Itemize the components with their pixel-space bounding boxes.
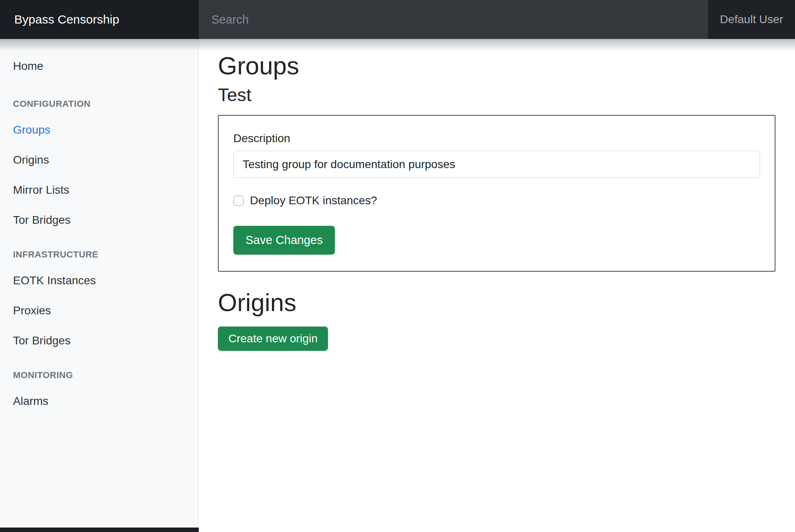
sidebar: Home CONFIGURATION Groups Origins Mirror… — [0, 39, 199, 532]
sidebar-item-eotk-instances[interactable]: EOTK Instances — [0, 274, 198, 287]
description-input[interactable] — [233, 151, 760, 178]
sidebar-bottom-strip — [0, 528, 199, 532]
sidebar-item-tor-bridges-config[interactable]: Tor Bridges — [0, 213, 198, 227]
top-navbar: Bypass Censorship Default User — [0, 0, 795, 39]
user-menu-label: Default User — [720, 13, 783, 26]
navbar-search — [199, 0, 708, 39]
app-root: Bypass Censorship Default User Home CONF… — [0, 0, 795, 532]
sidebar-section-header-infrastructure: INFRASTRUCTURE — [0, 249, 198, 260]
deploy-eotk-checkbox[interactable] — [233, 195, 244, 206]
sidebar-item-proxies[interactable]: Proxies — [0, 304, 198, 317]
sidebar-section-infrastructure: INFRASTRUCTURE EOTK Instances Proxies To… — [0, 249, 198, 347]
content-row: Home CONFIGURATION Groups Origins Mirror… — [0, 39, 795, 532]
sidebar-section-header-configuration: CONFIGURATION — [0, 99, 198, 109]
sidebar-item-home[interactable]: Home — [0, 59, 198, 73]
deploy-eotk-row: Deploy EOTK instances? — [233, 194, 760, 207]
create-origin-button[interactable]: Create new origin — [218, 327, 328, 351]
search-input[interactable] — [199, 0, 708, 39]
main-content: Groups Test Description Deploy EOTK inst… — [199, 39, 795, 532]
page-title: Groups — [218, 51, 775, 81]
group-name-heading: Test — [218, 84, 775, 106]
sidebar-item-tor-bridges-infra[interactable]: Tor Bridges — [0, 334, 198, 347]
origins-heading: Origins — [218, 288, 775, 318]
user-menu[interactable]: Default User — [708, 0, 795, 39]
app-brand[interactable]: Bypass Censorship — [0, 0, 199, 39]
sidebar-item-origins[interactable]: Origins — [0, 153, 198, 167]
sidebar-nav: Home CONFIGURATION Groups Origins Mirror… — [0, 59, 198, 408]
sidebar-section-header-monitoring: MONITORING — [0, 370, 198, 381]
sidebar-item-mirror-lists[interactable]: Mirror Lists — [0, 183, 198, 197]
sidebar-section-monitoring: MONITORING Alarms — [0, 370, 198, 408]
sidebar-item-groups[interactable]: Groups — [0, 123, 198, 136]
deploy-eotk-label: Deploy EOTK instances? — [250, 194, 377, 207]
group-edit-card: Description Deploy EOTK instances? Save … — [218, 115, 775, 272]
description-label: Description — [233, 132, 760, 145]
save-changes-button[interactable]: Save Changes — [233, 226, 335, 255]
sidebar-item-alarms[interactable]: Alarms — [0, 394, 198, 408]
sidebar-section-configuration: CONFIGURATION Groups Origins Mirror List… — [0, 99, 198, 227]
